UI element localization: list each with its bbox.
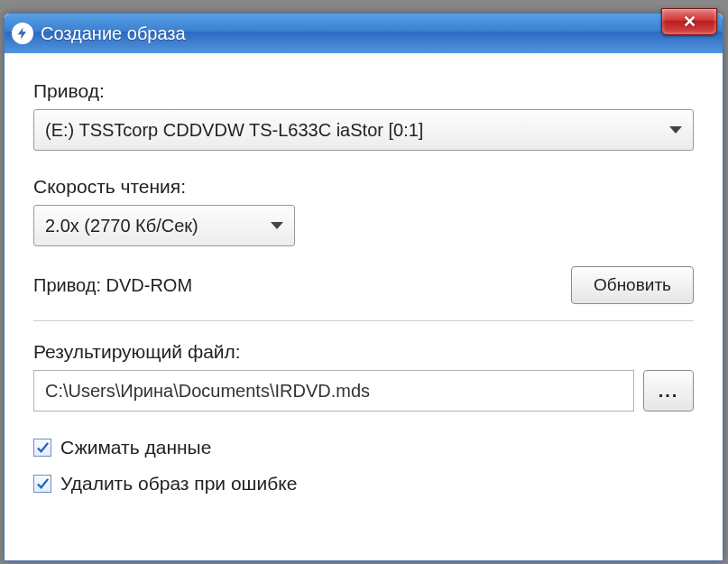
- delete-on-error-checkbox[interactable]: [33, 475, 51, 493]
- delete-on-error-checkbox-row: Удалить образ при ошибке: [33, 473, 694, 495]
- output-file-row: ...: [33, 370, 694, 411]
- speed-select[interactable]: 2.0x (2770 Кб/Сек): [33, 205, 295, 246]
- checkmark-icon: [36, 477, 50, 491]
- dialog-body: Привод: (E:) TSSTcorp CDDVDW TS-L633C ia…: [5, 53, 723, 560]
- compress-checkbox[interactable]: [33, 439, 51, 457]
- speed-label: Скорость чтения:: [33, 176, 694, 198]
- delete-on-error-checkbox-label: Удалить образ при ошибке: [60, 473, 297, 495]
- compress-checkbox-label: Сжимать данные: [60, 437, 211, 458]
- drive-type-text: Привод: DVD-ROM: [33, 275, 192, 296]
- chevron-down-icon: [669, 126, 682, 134]
- chevron-down-icon: [271, 222, 283, 229]
- titlebar: Создание образа ✕: [5, 14, 723, 53]
- window-title: Создание образа: [41, 23, 186, 44]
- close-icon: ✕: [683, 12, 696, 32]
- refresh-button[interactable]: Обновить: [571, 266, 694, 304]
- output-path-input[interactable]: [33, 370, 634, 411]
- browse-button[interactable]: ...: [643, 370, 694, 411]
- close-button[interactable]: ✕: [661, 8, 717, 35]
- app-icon: [12, 23, 33, 44]
- checkmark-icon: [36, 441, 50, 455]
- drive-select[interactable]: (E:) TSSTcorp CDDVDW TS-L633C iaStor [0:…: [33, 109, 694, 151]
- drive-label: Привод:: [33, 80, 694, 102]
- output-label: Результирующий файл:: [33, 341, 694, 363]
- drive-info-row: Привод: DVD-ROM Обновить: [33, 266, 694, 304]
- divider: [33, 320, 694, 321]
- speed-select-value: 2.0x (2770 Кб/Сек): [45, 216, 198, 236]
- compress-checkbox-row: Сжимать данные: [33, 437, 694, 458]
- drive-select-value: (E:) TSSTcorp CDDVDW TS-L633C iaStor [0:…: [45, 120, 423, 141]
- dialog-window: Создание образа ✕ Привод: (E:) TSSTcorp …: [4, 13, 723, 561]
